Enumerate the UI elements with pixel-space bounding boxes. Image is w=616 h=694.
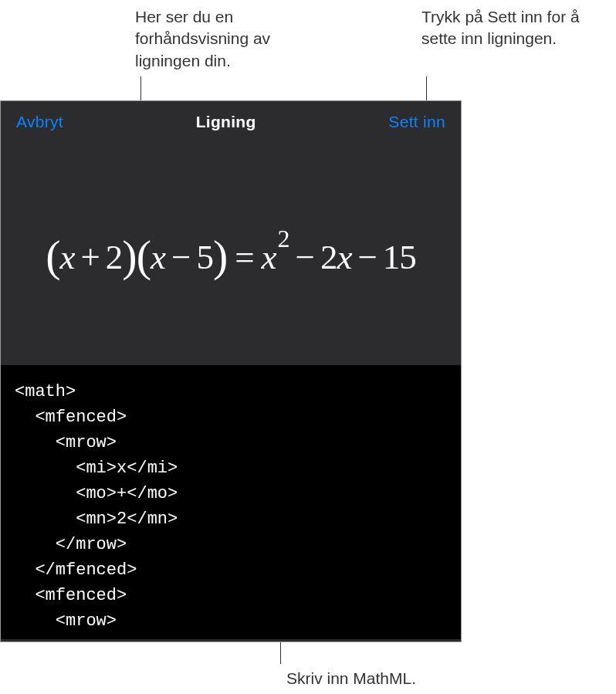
equation-render: (x+2)(x−5)=x2−2x−15 — [46, 228, 416, 279]
modal-title: Ligning — [196, 113, 256, 131]
equation-preview: (x+2)(x−5)=x2−2x−15 — [1, 141, 461, 365]
modal-header: Avbryt Ligning Sett inn — [1, 101, 461, 141]
callout-line — [280, 641, 281, 664]
mathml-input[interactable]: <math> <mfenced> <mrow> <mi>x</mi> <mo>+… — [1, 365, 461, 639]
equation-editor-modal: Avbryt Ligning Sett inn (x+2)(x−5)=x2−2x… — [0, 100, 462, 642]
callout-preview-text: Her ser du en forhåndsvisning av ligning… — [135, 6, 328, 72]
insert-button[interactable]: Sett inn — [388, 113, 445, 131]
callout-mathml-text: Skriv inn MathML. — [286, 668, 518, 689]
cancel-button[interactable]: Avbryt — [16, 113, 63, 131]
callout-insert-text: Trykk på Sett inn for å sette inn lignin… — [421, 6, 614, 50]
